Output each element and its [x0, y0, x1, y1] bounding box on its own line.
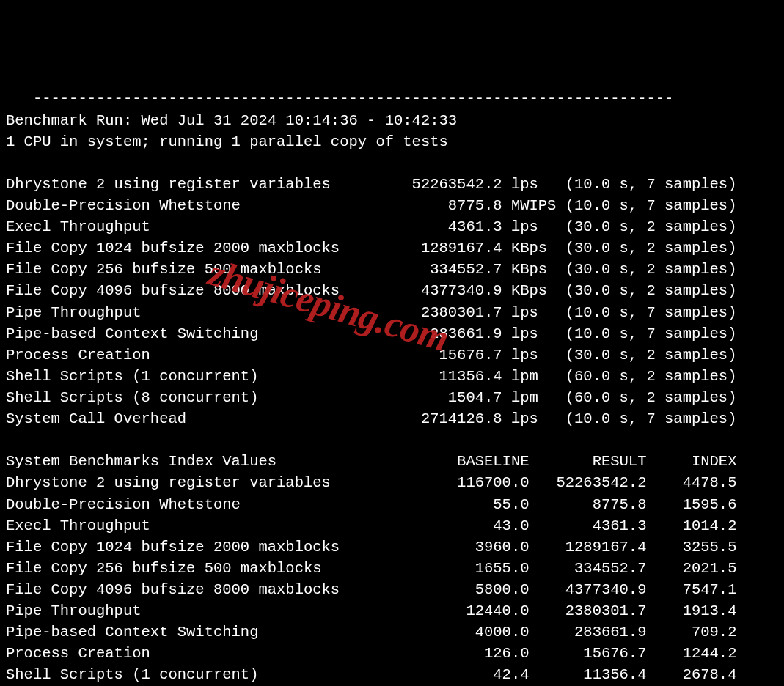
terminal-output: ----------------------------------------…	[6, 88, 778, 686]
